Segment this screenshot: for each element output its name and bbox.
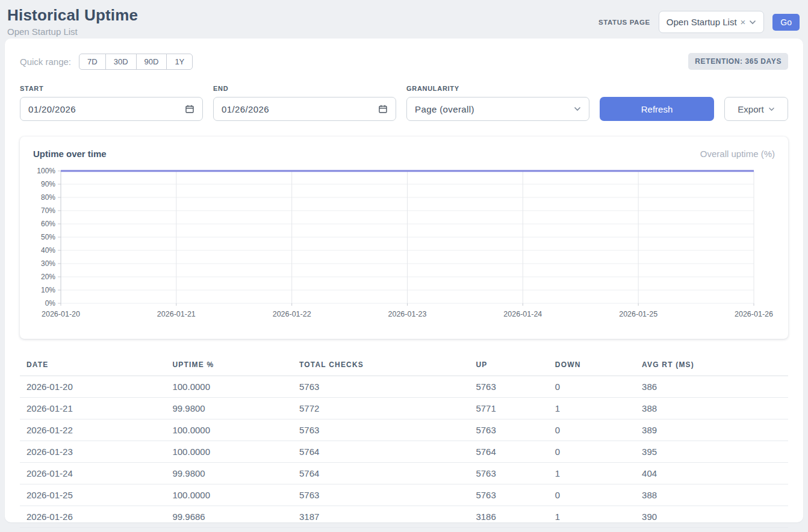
table-cell: 5763 <box>469 419 548 441</box>
table-cell: 2026-01-20 <box>20 376 166 398</box>
column-header: AVG RT (MS) <box>635 353 788 376</box>
start-date-value: 01/20/2026 <box>28 104 76 114</box>
quick-range-label: Quick range: <box>20 57 71 67</box>
status-page-select[interactable]: Open Startup List × <box>659 11 765 33</box>
table-cell: 395 <box>635 441 788 463</box>
column-header: DATE <box>20 353 166 376</box>
page-title: Historical Uptime <box>7 6 138 25</box>
table-cell: 99.9800 <box>166 463 293 484</box>
end-date-label: END <box>213 85 396 92</box>
svg-text:0%: 0% <box>45 299 56 308</box>
table-header-row: DATEUPTIME %TOTAL CHECKSUPDOWNAVG RT (MS… <box>20 353 788 376</box>
export-button[interactable]: Export <box>724 97 788 121</box>
table-cell: 2026-01-24 <box>20 463 166 484</box>
table-cell: 5771 <box>469 398 548 419</box>
title-block: Historical Uptime Open Startup List <box>7 6 138 37</box>
quick-range-30d[interactable]: 30D <box>105 54 137 70</box>
table-cell: 2026-01-25 <box>20 484 166 506</box>
table-cell: 1 <box>549 506 635 528</box>
table-cell: 388 <box>635 398 788 419</box>
table-cell: 1 <box>549 463 635 484</box>
quick-range-group: 7D30D90D1Y <box>79 54 193 70</box>
table-cell: 3187 <box>293 506 469 528</box>
svg-text:70%: 70% <box>41 206 55 215</box>
svg-text:2026-01-26: 2026-01-26 <box>735 310 773 318</box>
svg-text:40%: 40% <box>41 246 55 255</box>
end-date-value: 01/26/2026 <box>222 104 269 114</box>
table-cell: 388 <box>635 484 788 506</box>
clear-selection-icon[interactable]: × <box>741 17 746 27</box>
quick-range-row: Quick range: 7D30D90D1Y RETENTION: 365 D… <box>20 53 788 70</box>
chart-card: Uptime over time Overall uptime (%) 0%10… <box>20 137 788 339</box>
table-row: 2026-01-23100.0000576457640395 <box>20 441 788 463</box>
refresh-button[interactable]: Refresh <box>600 97 714 121</box>
table-cell: 0 <box>549 376 635 398</box>
table-cell: 2026-01-21 <box>20 398 166 419</box>
granularity-field: GRANULARITY Page (overall) <box>406 85 589 121</box>
chart-title: Uptime over time <box>33 149 107 159</box>
table-row: 2026-01-2699.9686318731861390 <box>20 506 788 528</box>
table-cell: 2026-01-26 <box>20 506 166 528</box>
column-header: TOTAL CHECKS <box>293 353 469 376</box>
table-cell: 5764 <box>469 441 548 463</box>
table-cell: 390 <box>635 506 788 528</box>
quick-range-7d[interactable]: 7D <box>79 54 106 70</box>
start-date-input[interactable]: 01/20/2026 <box>20 97 203 121</box>
table-cell: 100.0000 <box>166 441 293 463</box>
table-cell: 5763 <box>469 376 548 398</box>
svg-text:2026-01-24: 2026-01-24 <box>503 310 542 318</box>
page-subtitle: Open Startup List <box>7 26 138 37</box>
column-header: UP <box>469 353 548 376</box>
export-button-label: Export <box>738 104 763 114</box>
end-date-field: END 01/26/2026 <box>213 85 396 121</box>
table-cell: 0 <box>549 484 635 506</box>
quick-range-1y[interactable]: 1Y <box>166 54 193 70</box>
table-cell: 99.9800 <box>166 398 293 419</box>
filters-row: START 01/20/2026 END 01/26/2026 <box>20 85 788 121</box>
table-cell: 5763 <box>293 376 469 398</box>
end-date-input[interactable]: 01/26/2026 <box>213 97 396 121</box>
svg-text:90%: 90% <box>41 180 55 188</box>
table-cell: 5763 <box>469 484 548 506</box>
table-cell: 5763 <box>469 463 548 484</box>
granularity-select[interactable]: Page (overall) <box>406 97 589 121</box>
table-cell: 100.0000 <box>166 376 293 398</box>
svg-text:60%: 60% <box>41 220 55 228</box>
svg-text:30%: 30% <box>41 259 55 268</box>
status-page-label: STATUS PAGE <box>598 19 650 26</box>
chevron-down-icon <box>574 107 581 111</box>
column-header: DOWN <box>549 353 635 376</box>
svg-text:2026-01-23: 2026-01-23 <box>388 310 427 318</box>
svg-text:10%: 10% <box>41 286 55 294</box>
table-cell: 99.9686 <box>166 506 293 528</box>
svg-text:100%: 100% <box>37 167 55 175</box>
table-cell: 100.0000 <box>166 484 293 506</box>
svg-text:2026-01-20: 2026-01-20 <box>42 310 80 318</box>
start-date-field: START 01/20/2026 <box>20 85 203 121</box>
go-button[interactable]: Go <box>772 14 800 31</box>
quick-range-90d[interactable]: 90D <box>136 54 167 70</box>
table-cell: 386 <box>635 376 788 398</box>
table-cell: 5763 <box>293 419 469 441</box>
column-header: UPTIME % <box>166 353 293 376</box>
table-row: 2026-01-2199.9800577257711388 <box>20 398 788 419</box>
table-cell: 100.0000 <box>166 419 293 441</box>
svg-text:2026-01-22: 2026-01-22 <box>273 310 311 318</box>
table-cell: 2026-01-22 <box>20 419 166 441</box>
svg-text:2026-01-25: 2026-01-25 <box>619 310 657 318</box>
granularity-label: GRANULARITY <box>406 85 589 92</box>
chevron-down-icon <box>749 20 756 25</box>
table-cell: 5764 <box>293 463 469 484</box>
svg-text:20%: 20% <box>41 273 55 281</box>
status-page-selected-value: Open Startup List <box>667 17 737 27</box>
table-cell: 5772 <box>293 398 469 419</box>
chevron-down-icon <box>768 107 775 111</box>
main-panel: Quick range: 7D30D90D1Y RETENTION: 365 D… <box>5 39 803 522</box>
table-cell: 404 <box>635 463 788 484</box>
table-cell: 0 <box>549 419 635 441</box>
start-date-label: START <box>20 85 203 92</box>
table-cell: 1 <box>549 398 635 419</box>
granularity-value: Page (overall) <box>415 104 474 114</box>
table-cell: 5764 <box>293 441 469 463</box>
table-row: 2026-01-20100.0000576357630386 <box>20 376 788 398</box>
